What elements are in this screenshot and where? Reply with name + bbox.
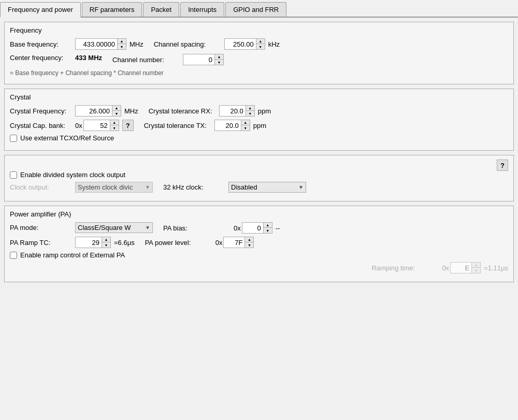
pa-bias-up-btn[interactable]: ▲ (264, 223, 272, 228)
crystal-cap-bank-question-btn[interactable]: ? (122, 120, 134, 131)
crystal-section: Crystal Crystal Frequency: ▲ ▼ MHz Crys (4, 89, 514, 151)
crystal-tolerance-rx-up-btn[interactable]: ▲ (246, 106, 254, 111)
crystal-frequency-label: Crystal Frequency: (10, 107, 72, 115)
clock-output-select[interactable]: System clock divic (78, 183, 145, 191)
channel-spacing-spinbox[interactable]: ▲ ▼ (224, 38, 265, 50)
crystal-row2: Crystal Cap. bank: 0x ▲ ▼ ? (10, 120, 508, 134)
ramping-time-row: Ramping time: 0x ▲ ▼ =1.11μs (371, 262, 508, 273)
clock-section: ? Enable divided system clock output Clo… (4, 155, 514, 201)
crystal-cap-bank-spinbox[interactable]: ▲ ▼ (83, 120, 119, 131)
clock-output-form-row: Clock output: System clock divic ▼ (10, 182, 153, 193)
enable-divided-clock-row: Enable divided system clock output (10, 171, 508, 179)
enable-ramp-control-row: Enable ramp control of External PA (10, 251, 508, 259)
ramping-time-up-btn[interactable]: ▲ (472, 263, 480, 268)
clock-question-btn[interactable]: ? (497, 160, 508, 171)
pa-section-title: Power amplifier (PA) (10, 210, 508, 218)
enable-ramp-control-checkbox[interactable] (10, 252, 17, 259)
tab-rf-parameters[interactable]: RF parameters (82, 2, 142, 17)
channel-spacing-spinbox-btns: ▲ ▼ (256, 39, 265, 49)
clock-output-dropdown[interactable]: System clock divic ▼ (75, 182, 153, 193)
pa-ramp-tc-down-btn[interactable]: ▼ (102, 242, 110, 248)
base-frequency-spinbox-btns: ▲ ▼ (117, 39, 126, 49)
crystal-tolerance-rx-spinbox-btns: ▲ ▼ (246, 106, 254, 116)
crystal-tolerance-tx-up-btn[interactable]: ▲ (241, 120, 250, 125)
base-frequency-row: Base frequency: ▲ ▼ MHz (10, 38, 143, 50)
frequency-section-title: Frequency (10, 26, 508, 34)
channel-spacing-down-btn[interactable]: ▼ (256, 44, 265, 49)
use-external-tcxo-checkbox[interactable] (10, 135, 17, 142)
crystal-tolerance-rx-input[interactable] (220, 106, 246, 116)
pa-power-level-input[interactable] (224, 237, 244, 248)
channel-number-down-btn[interactable]: ▼ (215, 60, 223, 65)
channel-spacing-up-btn[interactable]: ▲ (256, 39, 265, 44)
pa-power-level-row: PA power level: 0x ▲ ▼ (145, 237, 254, 248)
tab-interrupts[interactable]: Interrupts (180, 2, 224, 17)
pa-ramp-tc-input[interactable] (76, 237, 102, 248)
pa-power-level-down-btn[interactable]: ▼ (245, 242, 253, 248)
crystal-tolerance-tx-down-btn[interactable]: ▼ (241, 125, 250, 131)
khz-clock-select[interactable]: Disabled Enabled (231, 183, 298, 191)
crystal-frequency-down-btn[interactable]: ▼ (112, 111, 121, 116)
pa-ramp-tc-suffix: =6.6μs (114, 239, 135, 247)
tab-frequency-power[interactable]: Frequency and power (0, 2, 81, 18)
crystal-tolerance-rx-unit: ppm (258, 107, 271, 115)
crystal-frequency-unit: MHz (124, 107, 138, 115)
crystal-tolerance-tx-spinbox[interactable]: ▲ ▼ (214, 120, 250, 131)
base-frequency-spinbox[interactable]: ▲ ▼ (75, 38, 126, 50)
pa-ramp-tc-spinbox-btns: ▲ ▼ (102, 237, 110, 248)
crystal-tolerance-rx-spinbox[interactable]: ▲ ▼ (219, 105, 255, 117)
crystal-frequency-input[interactable] (76, 106, 112, 116)
center-frequency-label: Center frequency: (10, 54, 72, 62)
pa-mode-dropdown[interactable]: ClassE/Square W ClassE/Switch ClassE/LDD… (75, 222, 153, 233)
crystal-cap-bank-down-btn[interactable]: ▼ (110, 125, 119, 131)
crystal-cap-bank-label: Crystal Cap. bank: (10, 122, 72, 129)
crystal-cap-bank-input[interactable] (84, 120, 110, 131)
pa-power-level-spinbox[interactable]: ▲ ▼ (223, 237, 254, 248)
crystal-tolerance-rx-down-btn[interactable]: ▼ (246, 111, 254, 116)
base-frequency-input[interactable] (76, 39, 117, 49)
ramping-time-spinbox[interactable]: ▲ ▼ (450, 262, 481, 273)
channel-number-input[interactable] (183, 54, 214, 65)
base-frequency-down-btn[interactable]: ▼ (118, 44, 126, 49)
pa-bias-down-btn[interactable]: ▼ (264, 228, 272, 233)
pa-bias-input[interactable] (242, 223, 263, 233)
channel-spacing-row: Channel spacing: ▲ ▼ kHz (154, 38, 280, 50)
khz-clock-dropdown[interactable]: Disabled Enabled ▼ (228, 182, 306, 193)
crystal-row1: Crystal Frequency: ▲ ▼ MHz Crystal toler… (10, 105, 508, 120)
khz-clock-arrow: ▼ (298, 184, 304, 190)
channel-number-spinbox[interactable]: ▲ ▼ (183, 54, 224, 65)
main-container: Frequency and power RF parameters Packet… (0, 0, 518, 420)
pa-bias-label: PA bias: (163, 224, 231, 232)
use-external-tcxo-label: Use external TCXO/Ref Source (20, 134, 114, 142)
clock-output-arrow: ▼ (145, 184, 150, 190)
enable-divided-clock-checkbox[interactable] (10, 171, 17, 179)
ramping-time-prefix: 0x (442, 264, 449, 272)
channel-number-label: Channel number: (112, 56, 180, 64)
crystal-cap-bank-up-btn[interactable]: ▲ (110, 120, 119, 125)
pa-mode-select[interactable]: ClassE/Square W ClassE/Switch ClassE/LDD… (78, 224, 145, 231)
pa-mode-arrow: ▼ (145, 225, 150, 230)
pa-ramp-tc-spinbox[interactable]: ▲ ▼ (75, 237, 111, 248)
crystal-frequency-spinbox[interactable]: ▲ ▼ (75, 105, 121, 117)
ramping-time-down-btn[interactable]: ▼ (472, 268, 480, 273)
crystal-cap-bank-prefix: 0x (75, 122, 82, 129)
channel-number-up-btn[interactable]: ▲ (215, 54, 223, 60)
tab-gpio-frr[interactable]: GPIO and FRR (225, 2, 286, 17)
frequency-formula: = Base frequency + Channel spacing * Cha… (10, 69, 508, 77)
center-frequency-row: Center frequency: 433 MHz (10, 54, 102, 62)
enable-divided-clock-label: Enable divided system clock output (20, 171, 125, 179)
pa-power-level-up-btn[interactable]: ▲ (245, 237, 253, 242)
channel-number-row: Channel number: ▲ ▼ (112, 54, 224, 65)
crystal-frequency-up-btn[interactable]: ▲ (112, 106, 121, 111)
crystal-frequency-row: Crystal Frequency: ▲ ▼ MHz (10, 105, 138, 117)
pa-ramp-tc-up-btn[interactable]: ▲ (102, 237, 110, 242)
tab-packet[interactable]: Packet (143, 2, 179, 17)
frequency-row1: Base frequency: ▲ ▼ MHz Channel spacing: (10, 38, 508, 53)
pa-bias-spinbox[interactable]: ▲ ▼ (242, 222, 272, 234)
crystal-tolerance-tx-row: Crystal tolerance TX: ▲ ▼ ppm (144, 120, 266, 131)
pa-mode-label: PA mode: (10, 224, 72, 231)
channel-spacing-input[interactable] (225, 39, 256, 49)
base-frequency-up-btn[interactable]: ▲ (118, 39, 126, 44)
crystal-tolerance-tx-input[interactable] (215, 120, 241, 131)
ramping-time-input[interactable] (451, 263, 471, 273)
